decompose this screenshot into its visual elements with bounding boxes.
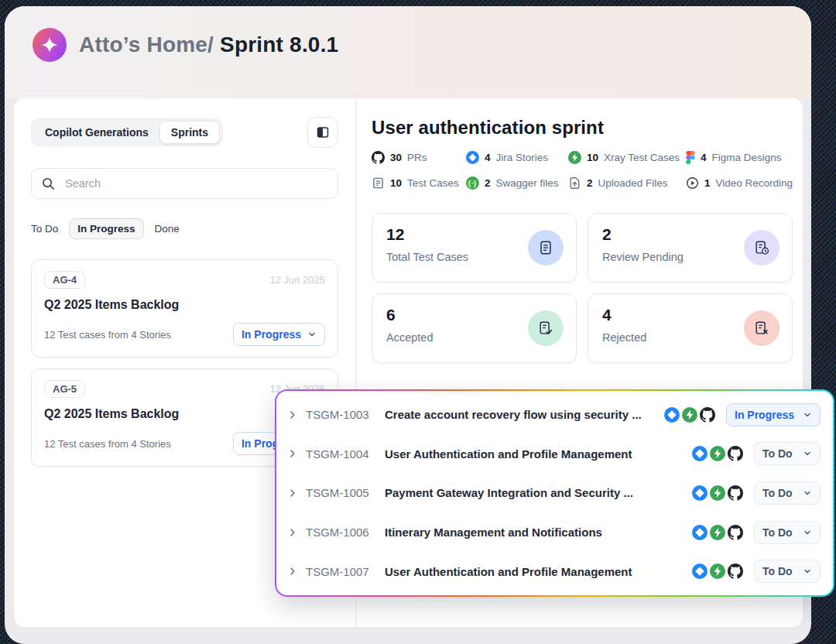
github-icon [728, 564, 743, 579]
total-test-cases-card: 12 Total Test Cases [372, 213, 577, 283]
filter-in-progress[interactable]: In Progress [69, 218, 143, 239]
story-key: TSGM-1004 [306, 447, 374, 461]
view-switcher: Copilot Generations Sprints [31, 118, 223, 146]
sprint-title: User authentication sprint [372, 117, 793, 139]
stat-count: 2 [485, 177, 491, 189]
search-input[interactable] [63, 176, 328, 190]
story-row-tsgm-1003[interactable]: TSGM-1003 Create account recovery flow u… [276, 396, 833, 433]
card-key-badge: AG-5 [44, 380, 85, 398]
rejected-card: 4 Rejected [588, 293, 793, 363]
card-subtitle: 12 Test cases from 4 Stories [44, 329, 171, 341]
story-status-dropdown[interactable]: In Progress [726, 403, 821, 426]
xray-icon [710, 446, 725, 461]
filter-done[interactable]: Done [155, 223, 180, 235]
sprint-stats: 30PRs 4Jira Stories 10Xray Test Cases [372, 151, 793, 190]
stat-label: Swagger files [496, 177, 559, 189]
accepted-card: 6 Accepted [372, 293, 577, 363]
story-status-dropdown[interactable]: To Do [754, 442, 821, 465]
jira-icon [692, 525, 708, 540]
card-key-badge: AG-4 [44, 271, 85, 289]
chevron-down-icon [803, 488, 812, 498]
chevron-right-icon[interactable] [287, 409, 298, 420]
uploaded-files-icon [568, 176, 581, 190]
document-clock-icon [744, 230, 779, 265]
story-row-tsgm-1007[interactable]: TSGM-1007 User Authentication and Profil… [276, 553, 833, 590]
story-status-label: To Do [762, 526, 793, 539]
story-status-label: To Do [762, 447, 793, 460]
jira-icon [664, 407, 680, 423]
sprint-card-ag-4[interactable]: AG-4 12 Jun 2025 Q2 2025 Items Backlog 1… [31, 259, 338, 358]
stat-label: PRs [407, 152, 427, 163]
story-status-dropdown[interactable]: To Do [754, 521, 821, 544]
xray-icon [682, 407, 697, 423]
figma-icon [686, 151, 695, 164]
github-icon [728, 525, 743, 540]
collapse-sidebar-button[interactable] [307, 117, 338, 148]
xray-icon [710, 525, 725, 540]
story-source-icons [692, 446, 743, 461]
story-key: TSGM-1007 [306, 565, 374, 578]
stat-count: 4 [485, 152, 491, 163]
chevron-right-icon[interactable] [287, 527, 298, 538]
story-list-popover: TSGM-1003 Create account recovery flow u… [275, 389, 834, 597]
review-pending-card: 2 Review Pending [588, 213, 793, 283]
card-title: Q2 2025 Items Backlog [44, 298, 325, 312]
chevron-right-icon[interactable] [287, 566, 298, 577]
document-icon [528, 230, 564, 265]
stat-count: 10 [587, 152, 598, 163]
story-status-dropdown[interactable]: To Do [754, 481, 821, 505]
document-x-icon [744, 310, 779, 346]
chevron-down-icon [803, 410, 812, 420]
stat-count: 4 [701, 152, 707, 163]
story-key: TSGM-1005 [306, 486, 374, 499]
chevron-down-icon [803, 449, 812, 458]
story-source-icons [664, 407, 715, 423]
status-filters: To Do In Progress Done [31, 218, 338, 239]
story-row-tsgm-1006[interactable]: TSGM-1006 Itinerary Management and Notif… [276, 514, 833, 551]
story-row-tsgm-1004[interactable]: TSGM-1004 User Authentication and Profil… [276, 435, 833, 472]
card-status-dropdown[interactable]: In Progress [233, 323, 325, 346]
search-icon [41, 176, 56, 191]
story-title: Payment Gateway Integration and Security… [385, 486, 684, 499]
page-background: Atto’s Home/Sprint 8.0.1 Copilot Generat… [0, 0, 836, 644]
story-title: User Authentication and Profile Manageme… [385, 447, 684, 461]
github-icon [372, 151, 385, 164]
chevron-down-icon [803, 528, 812, 537]
stat-label: Xray Test Cases [604, 152, 680, 163]
stat-prs: 30PRs [372, 151, 466, 164]
github-icon [728, 485, 743, 501]
stat-label: Video Recording [716, 177, 793, 189]
stat-jira-stories: 4Jira Stories [466, 151, 568, 164]
chevron-right-icon[interactable] [287, 448, 298, 459]
jira-icon [692, 564, 708, 579]
tab-sprints[interactable]: Sprints [159, 121, 220, 144]
stat-label: Jira Stories [496, 152, 549, 163]
jira-icon [692, 485, 708, 501]
story-title: User Authentication and Profile Manageme… [385, 565, 684, 578]
stat-swagger-files: {} 2Swagger files [466, 176, 568, 190]
stat-count: 10 [390, 177, 402, 189]
story-source-icons [692, 564, 743, 579]
story-source-icons [692, 485, 743, 501]
app-header: Atto’s Home/Sprint 8.0.1 [5, 6, 811, 98]
story-status-label: In Progress [735, 409, 794, 421]
card-date: 12 Jun 2025 [269, 274, 325, 286]
story-status-dropdown[interactable]: To Do [754, 560, 821, 583]
document-check-icon [528, 310, 564, 346]
tab-copilot-generations[interactable]: Copilot Generations [34, 122, 159, 143]
filter-todo[interactable]: To Do [31, 223, 58, 235]
card-status-label: In Progress [242, 328, 301, 341]
xray-icon [710, 564, 725, 579]
swagger-icon: {} [466, 176, 479, 190]
stat-test-cases: 10Test Cases [372, 176, 466, 190]
stat-label: Test Cases [407, 177, 459, 189]
search-box [31, 168, 338, 199]
stat-count: 1 [704, 177, 711, 189]
stat-label: Uploaded Files [598, 177, 668, 189]
story-row-tsgm-1005[interactable]: TSGM-1005 Payment Gateway Integration an… [276, 474, 833, 512]
story-title: Itinerary Management and Notifications [385, 526, 684, 539]
chevron-right-icon[interactable] [287, 488, 298, 498]
jira-icon [692, 446, 708, 461]
stat-uploaded-files: 2Uploaded Files [568, 176, 686, 190]
card-subtitle: 12 Test cases from 4 Stories [44, 438, 171, 450]
